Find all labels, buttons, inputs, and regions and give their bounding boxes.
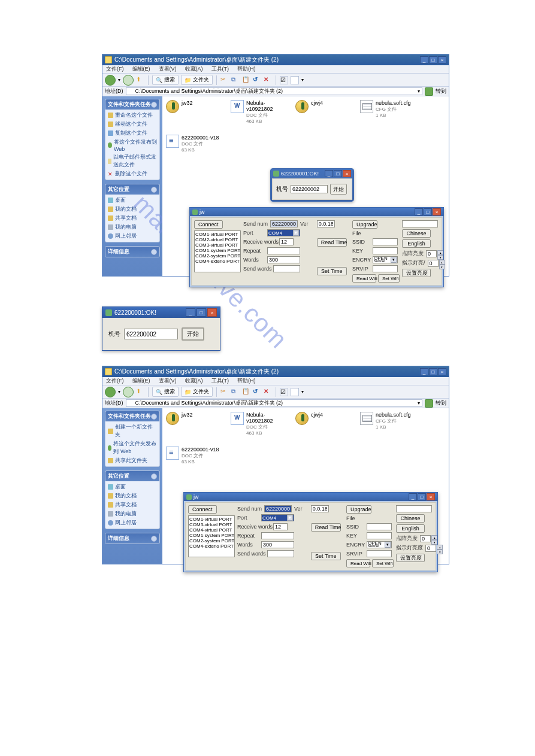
task-rename[interactable]: 重命名这个文件 — [108, 111, 157, 119]
bright1-spinner[interactable]: ▴▾ — [426, 250, 443, 257]
task-copy[interactable]: 复制这个文件 — [108, 129, 157, 137]
expand-icon[interactable] — [151, 249, 157, 255]
upgrade-button[interactable]: Upgrade — [346, 505, 371, 514]
srvip-input[interactable] — [373, 265, 398, 272]
readtime-button[interactable]: Read Time — [317, 238, 347, 247]
task-newfolder[interactable]: 创建一个新文件夹 — [108, 423, 157, 439]
views-icon[interactable] — [291, 76, 299, 84]
ssid-input[interactable] — [367, 523, 392, 530]
menu-edit[interactable]: 编辑(E) — [132, 65, 150, 73]
minimize-button[interactable]: _ — [420, 56, 428, 63]
file-item[interactable]: nebula.soft.cfgCFG 文件1 KB — [360, 100, 414, 124]
content-area[interactable]: jw32 Nebula-v10921802DOC 文件463 KB cjwj4 … — [162, 408, 449, 564]
sendwords-input[interactable] — [267, 550, 294, 557]
recv-input[interactable] — [273, 523, 288, 530]
back-button[interactable] — [105, 387, 116, 397]
chinese-button[interactable]: Chinese — [396, 514, 425, 523]
folders-button[interactable]: 📁文件夹 — [181, 75, 213, 85]
ver-input[interactable] — [311, 505, 329, 512]
title-bar[interactable]: C:\Documents and Settings\Administrator\… — [102, 54, 449, 65]
sendnum-input[interactable] — [270, 220, 298, 227]
address-input[interactable]: C:\Documents and Settings\Administrator\… — [126, 399, 423, 407]
encry-select[interactable]: OPENSubnet▾ — [367, 541, 392, 548]
machine-input[interactable] — [124, 329, 178, 339]
undo-icon[interactable]: ↺ — [253, 76, 261, 84]
minimize-button[interactable]: _ — [325, 170, 333, 177]
srvip-input[interactable] — [367, 550, 392, 557]
minimize-button[interactable]: _ — [186, 308, 195, 317]
settime-button[interactable]: Set Time — [311, 552, 341, 560]
machine-input[interactable] — [291, 185, 328, 193]
other-shared[interactable]: 共享文档 — [108, 501, 157, 509]
menu-file[interactable]: 文件(F) — [106, 377, 124, 385]
other-mydocs[interactable]: 我的文档 — [108, 492, 157, 500]
go-button[interactable] — [425, 399, 433, 408]
up-icon[interactable]: ⬆ — [136, 388, 144, 396]
menu-tools[interactable]: 工具(T) — [211, 65, 229, 73]
task-email[interactable]: 以电子邮件形式发送此文件 — [108, 153, 157, 169]
file-item[interactable]: cjwj4 — [295, 100, 349, 124]
minimize-button[interactable]: _ — [409, 493, 417, 500]
other-mycomp[interactable]: 我的电脑 — [108, 223, 157, 231]
menu-help[interactable]: 帮助(H) — [237, 65, 256, 73]
close-button[interactable]: × — [427, 493, 435, 500]
file-item[interactable]: jw32 — [166, 100, 220, 124]
english-button[interactable]: English — [402, 239, 431, 248]
content-area[interactable]: jw32 Nebula-v10921802DOC 文件463 KB cjwj4 … — [162, 96, 449, 276]
readtime-button[interactable]: Read Time — [311, 523, 341, 532]
words-input[interactable] — [267, 256, 300, 263]
maximize-button[interactable]: □ — [429, 368, 437, 375]
repeat-input[interactable] — [267, 247, 300, 254]
maximize-button[interactable]: □ — [334, 170, 342, 177]
readwifi-button[interactable]: Read Wifi — [346, 559, 370, 567]
close-button[interactable]: × — [438, 56, 446, 63]
close-button[interactable]: × — [433, 208, 441, 215]
settime-button[interactable]: Set Time — [317, 267, 347, 275]
setbright-button[interactable]: 设置亮度 — [402, 269, 431, 277]
bright1-spinner[interactable]: ▴▾ — [420, 535, 437, 542]
other-network[interactable]: 网上邻居 — [108, 232, 157, 240]
collapse-icon[interactable] — [151, 414, 157, 420]
menu-view[interactable]: 查看(V) — [159, 65, 177, 73]
up-icon[interactable]: ⬆ — [136, 76, 144, 84]
forward-button[interactable] — [123, 387, 134, 397]
english-button[interactable]: English — [396, 524, 425, 533]
recv-input[interactable] — [279, 238, 294, 245]
collapse-icon[interactable] — [151, 102, 157, 108]
back-button[interactable] — [105, 75, 116, 86]
title-bar[interactable]: C:\Documents and Settings\Administrator\… — [102, 366, 449, 377]
bright2-spinner[interactable]: ▴▾ — [428, 260, 445, 267]
close-button[interactable]: × — [343, 170, 351, 177]
delete-icon[interactable]: ✕ — [264, 76, 272, 84]
search-button[interactable]: 🔍搜索 — [152, 387, 179, 397]
menu-edit[interactable]: 编辑(E) — [132, 377, 150, 385]
collapse-icon[interactable] — [151, 187, 157, 193]
search-button[interactable]: 🔍搜索 — [152, 75, 179, 85]
readwifi-button[interactable]: Read Wifi — [352, 274, 376, 283]
repeat-input[interactable] — [261, 532, 294, 539]
com-port-list[interactable]: COM1-virtual PORT COM3-virtual PORT COM4… — [188, 515, 235, 557]
address-input[interactable]: C:\Documents and Settings\Administrator\… — [126, 87, 423, 95]
port-select[interactable]: COM4▾ — [267, 229, 300, 236]
ssid-input[interactable] — [373, 238, 398, 245]
properties-icon[interactable]: ☑ — [280, 76, 288, 84]
close-button[interactable]: × — [207, 308, 217, 317]
minimize-button[interactable]: _ — [420, 368, 428, 375]
file-item[interactable]: 622200001-v18DOC 文件63 KB — [166, 135, 220, 153]
maximize-button[interactable]: □ — [197, 308, 206, 317]
encry-select[interactable]: OPENSubnet▾ — [373, 256, 398, 263]
collapse-icon[interactable] — [151, 473, 157, 479]
go-button[interactable] — [425, 87, 433, 96]
file-item[interactable]: 622200001-v18DOC 文件63 KB — [166, 447, 220, 464]
menu-fav[interactable]: 收藏(A) — [185, 377, 203, 385]
setwifi-button[interactable]: Set Wifi — [372, 559, 394, 567]
copy-icon[interactable]: ⧉ — [231, 388, 240, 396]
other-mydocs[interactable]: 我的文档 — [108, 205, 157, 213]
menu-tools[interactable]: 工具(T) — [211, 377, 229, 385]
start-button[interactable]: 开始 — [330, 184, 347, 195]
file-item[interactable]: Nebula-v10921802DOC 文件463 KB — [231, 100, 285, 124]
other-mycomp[interactable]: 我的电脑 — [108, 510, 157, 518]
maximize-button[interactable]: □ — [418, 493, 426, 500]
start-button[interactable]: 开始 — [182, 327, 204, 341]
file-item[interactable]: Nebula-v10921802DOC 文件463 KB — [231, 412, 285, 436]
